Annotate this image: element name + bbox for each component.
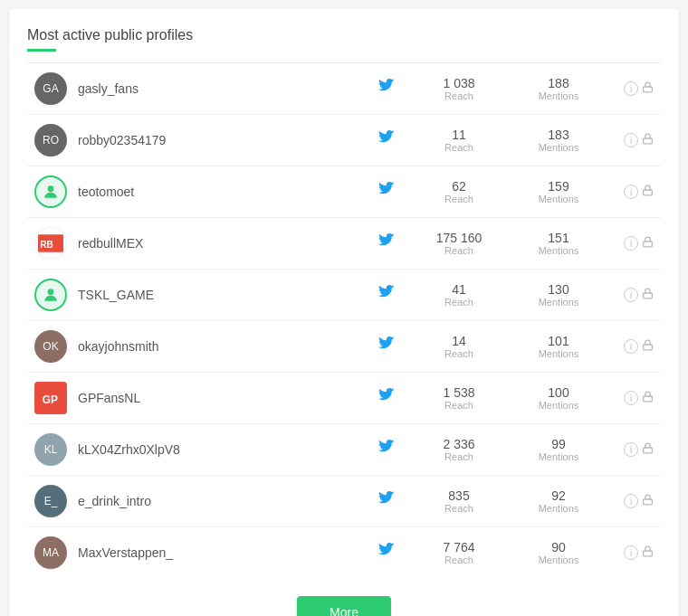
table-row: GAgasly_fans1 038Reach188Mentions i <box>27 63 661 115</box>
reach-label: Reach <box>409 554 509 565</box>
avatar: OK <box>34 330 67 363</box>
svg-rect-1 <box>644 138 653 144</box>
row-actions: i <box>608 288 654 302</box>
reach-stat: 62Reach <box>409 179 509 204</box>
svg-rect-14 <box>644 551 653 556</box>
reach-stat: 1 538Reach <box>409 385 509 411</box>
twitter-icon <box>364 233 409 253</box>
row-actions: i <box>608 545 654 560</box>
avatar: RO <box>34 124 67 156</box>
avatar: GP <box>34 382 67 414</box>
reach-value: 2 336 <box>409 437 509 451</box>
more-btn-container: More <box>27 596 661 616</box>
svg-text:GP: GP <box>43 393 58 406</box>
info-icon[interactable]: i <box>624 185 638 199</box>
svg-rect-12 <box>644 448 653 453</box>
profile-name: gasly_fans <box>78 81 364 96</box>
svg-text:RB: RB <box>40 240 53 250</box>
mentions-label: Mentions <box>509 90 608 101</box>
reach-label: Reach <box>409 142 509 153</box>
lock-icon[interactable] <box>642 81 654 96</box>
mentions-label: Mentions <box>509 348 608 359</box>
lock-icon[interactable] <box>642 494 654 508</box>
lock-icon[interactable] <box>642 133 654 147</box>
reach-value: 41 <box>409 282 509 297</box>
mentions-stat: 151Mentions <box>509 231 608 256</box>
avatar: GA <box>34 72 67 105</box>
mentions-label: Mentions <box>509 400 608 411</box>
reach-value: 1 038 <box>409 76 509 90</box>
avatar: E_ <box>34 485 67 517</box>
svg-rect-3 <box>644 190 653 195</box>
reach-label: Reach <box>409 451 509 462</box>
mentions-stat: 92Mentions <box>509 488 608 514</box>
mentions-value: 101 <box>509 334 608 348</box>
reach-value: 835 <box>409 488 509 503</box>
reach-label: Reach <box>409 194 509 204</box>
svg-rect-11 <box>644 396 653 402</box>
reach-label: Reach <box>409 503 509 514</box>
twitter-icon <box>364 79 409 99</box>
info-icon[interactable]: i <box>624 391 638 405</box>
twitter-icon <box>364 285 409 305</box>
mentions-stat: 100Mentions <box>509 385 608 411</box>
profiles-list: GAgasly_fans1 038Reach188Mentions i ROro… <box>27 63 661 578</box>
row-actions: i <box>608 133 654 147</box>
row-actions: i <box>608 236 654 251</box>
info-icon[interactable]: i <box>624 288 638 302</box>
info-icon[interactable]: i <box>624 545 638 560</box>
table-row: MAMaxVerstappen_7 764Reach90Mentions i <box>27 527 661 578</box>
lock-icon[interactable] <box>642 236 654 251</box>
mentions-label: Mentions <box>509 451 608 462</box>
row-actions: i <box>608 81 654 96</box>
mentions-stat: 99Mentions <box>509 437 608 462</box>
info-icon[interactable]: i <box>624 494 638 508</box>
twitter-icon <box>364 336 409 356</box>
lock-icon[interactable] <box>642 545 654 560</box>
info-icon[interactable]: i <box>624 133 638 147</box>
lock-icon[interactable] <box>642 339 654 354</box>
svg-rect-6 <box>644 242 653 247</box>
more-button[interactable]: More <box>297 596 391 616</box>
lock-icon[interactable] <box>642 391 654 405</box>
profile-name: TSKL_GAME <box>78 288 364 302</box>
svg-rect-8 <box>644 293 653 299</box>
row-actions: i <box>608 494 654 508</box>
mentions-label: Mentions <box>509 142 608 153</box>
table-row: E_e_drink_intro835Reach92Mentions i <box>27 476 661 527</box>
mentions-value: 99 <box>509 437 608 451</box>
title-underline <box>27 49 56 52</box>
reach-label: Reach <box>409 400 509 411</box>
lock-icon[interactable] <box>642 288 654 302</box>
info-icon[interactable]: i <box>624 442 638 457</box>
info-icon[interactable]: i <box>624 236 638 251</box>
twitter-icon <box>364 388 409 408</box>
table-row: RBredbullMEX175 160Reach151Mentions i <box>27 218 661 270</box>
lock-icon[interactable] <box>642 185 654 199</box>
reach-value: 14 <box>409 334 509 348</box>
twitter-icon <box>364 491 409 511</box>
avatar: MA <box>34 536 67 569</box>
reach-stat: 175 160Reach <box>409 231 509 256</box>
profile-name: kLX04Zrhx0XlpV8 <box>78 442 364 457</box>
mentions-value: 183 <box>509 128 608 142</box>
svg-rect-9 <box>644 345 653 350</box>
row-actions: i <box>608 339 654 354</box>
mentions-stat: 90Mentions <box>509 540 608 565</box>
info-icon[interactable]: i <box>624 339 638 354</box>
profile-name: MaxVerstappen_ <box>78 545 364 560</box>
reach-value: 11 <box>409 128 509 142</box>
mentions-stat: 159Mentions <box>509 179 608 204</box>
svg-point-2 <box>48 185 54 192</box>
lock-icon[interactable] <box>642 442 654 457</box>
info-icon[interactable]: i <box>624 81 638 96</box>
table-row: teotomoet62Reach159Mentions i <box>27 166 661 218</box>
reach-stat: 7 764Reach <box>409 540 509 565</box>
reach-label: Reach <box>409 348 509 359</box>
reach-value: 7 764 <box>409 540 509 554</box>
reach-label: Reach <box>409 245 509 256</box>
row-actions: i <box>608 391 654 405</box>
card-title: Most active public profiles <box>27 27 661 43</box>
mentions-value: 100 <box>509 385 608 400</box>
twitter-icon <box>364 182 409 202</box>
